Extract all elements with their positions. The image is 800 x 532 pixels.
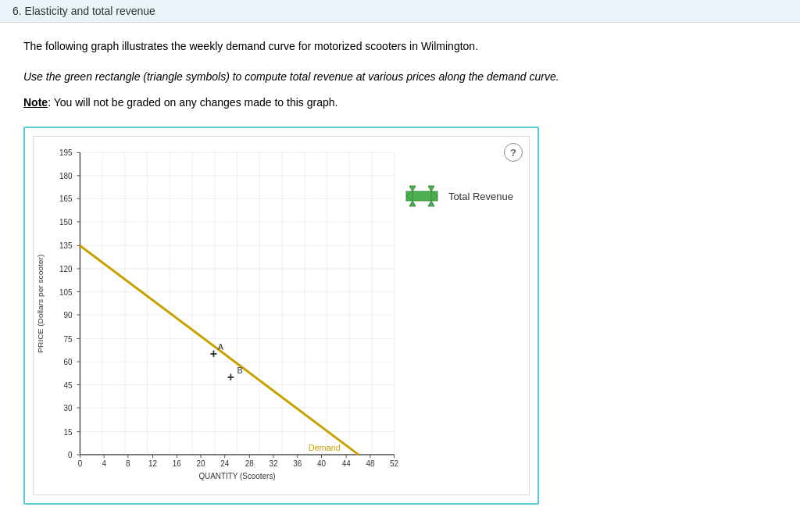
- svg-text:48: 48: [366, 459, 374, 468]
- svg-text:0: 0: [68, 451, 73, 459]
- svg-text:Demand: Demand: [309, 443, 341, 452]
- svg-text:+: +: [227, 370, 234, 384]
- graph-inner: ?: [33, 136, 530, 495]
- svg-text:105: 105: [59, 287, 73, 296]
- svg-text:135: 135: [59, 241, 73, 250]
- svg-text:195: 195: [59, 148, 73, 157]
- svg-text:36: 36: [293, 459, 302, 468]
- note-text: Note: You will not be graded on any chan…: [23, 95, 777, 111]
- note-label: Note: [23, 96, 48, 109]
- svg-text:165: 165: [59, 195, 73, 203]
- intro-text: The following graph illustrates the week…: [23, 38, 777, 55]
- svg-text:150: 150: [59, 218, 73, 227]
- svg-text:B: B: [238, 366, 243, 375]
- svg-text:32: 32: [270, 459, 278, 468]
- svg-text:30: 30: [64, 404, 73, 412]
- svg-text:16: 16: [173, 459, 181, 468]
- svg-text:20: 20: [196, 459, 205, 468]
- chart-svg: 195 180 165 150 135 120: [34, 137, 529, 495]
- svg-text:PRICE (Dollars per scooter): PRICE (Dollars per scooter): [36, 255, 45, 353]
- svg-text:4: 4: [102, 459, 106, 468]
- svg-text:44: 44: [342, 459, 351, 468]
- svg-text:60: 60: [64, 358, 73, 366]
- svg-text:52: 52: [390, 459, 398, 468]
- svg-text:24: 24: [220, 459, 229, 468]
- instruction-text: Use the green rectangle (triangle symbol…: [23, 69, 777, 85]
- graph-outer-container: ?: [23, 127, 539, 505]
- svg-text:180: 180: [59, 172, 73, 180]
- top-bar: 6. Elasticity and total revenue: [0, 0, 800, 23]
- svg-text:45: 45: [64, 380, 73, 389]
- svg-text:0: 0: [78, 459, 83, 468]
- svg-text:75: 75: [64, 334, 73, 343]
- content-area: The following graph illustrates the week…: [0, 23, 800, 520]
- svg-text:40: 40: [317, 459, 326, 468]
- section-title: 6. Elasticity and total revenue: [12, 5, 155, 17]
- note-body: You will not be graded on any changes ma…: [54, 96, 338, 109]
- svg-text:QUANTITY (Scooters): QUANTITY (Scooters): [198, 472, 275, 480]
- svg-text:28: 28: [245, 459, 254, 468]
- svg-text:120: 120: [59, 265, 73, 273]
- svg-text:8: 8: [126, 459, 130, 468]
- svg-text:15: 15: [64, 428, 73, 437]
- page-container: 6. Elasticity and total revenue The foll…: [0, 0, 800, 532]
- svg-text:12: 12: [148, 459, 157, 468]
- svg-text:+: +: [210, 346, 217, 360]
- svg-text:90: 90: [64, 311, 73, 320]
- svg-text:A: A: [218, 342, 224, 352]
